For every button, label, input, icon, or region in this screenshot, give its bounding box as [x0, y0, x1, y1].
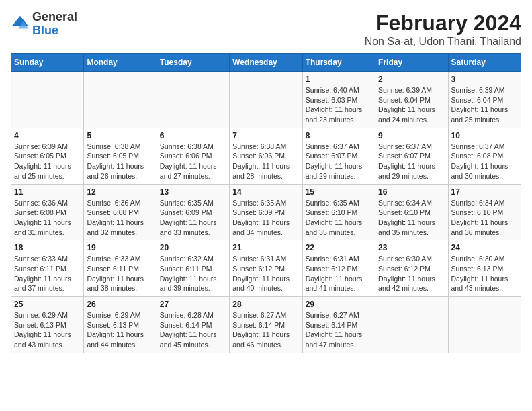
- calendar-day-cell: 5Sunrise: 6:38 AM Sunset: 6:05 PM Daylig…: [84, 128, 157, 184]
- calendar-day-cell: [375, 297, 448, 353]
- day-number: 3: [451, 75, 518, 84]
- calendar-day-cell: 1Sunrise: 6:40 AM Sunset: 6:03 PM Daylig…: [302, 72, 375, 128]
- calendar-day-cell: 27Sunrise: 6:28 AM Sunset: 6:14 PM Dayli…: [157, 297, 229, 353]
- title-block: February 2024 Non Sa-at, Udon Thani, Tha…: [365, 11, 521, 48]
- calendar-day-cell: [448, 297, 521, 353]
- day-number: 18: [14, 243, 81, 253]
- calendar-day-cell: 2Sunrise: 6:39 AM Sunset: 6:04 PM Daylig…: [375, 72, 448, 128]
- day-number: 10: [451, 131, 518, 140]
- calendar-day-cell: 8Sunrise: 6:37 AM Sunset: 6:07 PM Daylig…: [302, 128, 375, 184]
- day-number: 19: [87, 243, 153, 253]
- day-info: Sunrise: 6:31 AM Sunset: 6:12 PM Dayligh…: [306, 254, 372, 293]
- page-title: February 2024: [365, 11, 521, 36]
- calendar-day-cell: 28Sunrise: 6:27 AM Sunset: 6:14 PM Dayli…: [230, 297, 302, 353]
- day-number: 24: [451, 243, 518, 253]
- calendar-day-cell: 26Sunrise: 6:29 AM Sunset: 6:13 PM Dayli…: [84, 297, 157, 353]
- day-number: 11: [14, 187, 81, 197]
- weekday-header-cell: Saturday: [448, 54, 521, 72]
- calendar-day-cell: 16Sunrise: 6:34 AM Sunset: 6:10 PM Dayli…: [375, 184, 448, 240]
- day-info: Sunrise: 6:35 AM Sunset: 6:09 PM Dayligh…: [232, 198, 299, 238]
- page-subtitle: Non Sa-at, Udon Thani, Thailand: [365, 36, 521, 48]
- weekday-header-cell: Sunday: [11, 54, 84, 72]
- weekday-header-row: SundayMondayTuesdayWednesdayThursdayFrid…: [11, 54, 521, 72]
- day-info: Sunrise: 6:29 AM Sunset: 6:13 PM Dayligh…: [14, 310, 81, 350]
- calendar-day-cell: 3Sunrise: 6:39 AM Sunset: 6:04 PM Daylig…: [448, 72, 521, 128]
- day-info: Sunrise: 6:35 AM Sunset: 6:09 PM Dayligh…: [160, 198, 226, 238]
- calendar-week-row: 18Sunrise: 6:33 AM Sunset: 6:11 PM Dayli…: [11, 240, 521, 297]
- calendar-day-cell: 18Sunrise: 6:33 AM Sunset: 6:11 PM Dayli…: [11, 240, 84, 297]
- day-number: 1: [306, 75, 372, 84]
- calendar-table: SundayMondayTuesdayWednesdayThursdayFrid…: [11, 53, 521, 353]
- calendar-week-row: 4Sunrise: 6:39 AM Sunset: 6:05 PM Daylig…: [11, 128, 521, 184]
- calendar-day-cell: 12Sunrise: 6:36 AM Sunset: 6:08 PM Dayli…: [84, 184, 157, 240]
- day-number: 25: [14, 300, 81, 309]
- day-info: Sunrise: 6:36 AM Sunset: 6:08 PM Dayligh…: [87, 198, 153, 238]
- day-number: 12: [87, 187, 153, 197]
- calendar-day-cell: [11, 72, 84, 128]
- day-info: Sunrise: 6:31 AM Sunset: 6:12 PM Dayligh…: [232, 254, 299, 293]
- calendar-week-row: 1Sunrise: 6:40 AM Sunset: 6:03 PM Daylig…: [11, 72, 521, 128]
- day-number: 27: [160, 300, 226, 309]
- day-info: Sunrise: 6:38 AM Sunset: 6:05 PM Dayligh…: [87, 142, 153, 181]
- day-number: 28: [232, 300, 299, 309]
- calendar-body: 1Sunrise: 6:40 AM Sunset: 6:03 PM Daylig…: [11, 72, 521, 353]
- logo-general-text: General: [32, 10, 77, 24]
- day-number: 5: [87, 131, 153, 140]
- svg-marker-0: [12, 16, 28, 26]
- day-info: Sunrise: 6:39 AM Sunset: 6:04 PM Dayligh…: [451, 85, 518, 125]
- calendar-week-row: 11Sunrise: 6:36 AM Sunset: 6:08 PM Dayli…: [11, 184, 521, 240]
- day-info: Sunrise: 6:29 AM Sunset: 6:13 PM Dayligh…: [87, 310, 153, 350]
- day-info: Sunrise: 6:38 AM Sunset: 6:06 PM Dayligh…: [232, 142, 299, 181]
- calendar-day-cell: [84, 72, 157, 128]
- day-number: 20: [160, 243, 226, 253]
- day-info: Sunrise: 6:39 AM Sunset: 6:05 PM Dayligh…: [14, 142, 81, 181]
- weekday-header-cell: Monday: [84, 54, 157, 72]
- calendar-day-cell: 19Sunrise: 6:33 AM Sunset: 6:11 PM Dayli…: [84, 240, 157, 297]
- calendar-day-cell: [157, 72, 229, 128]
- calendar-day-cell: 23Sunrise: 6:30 AM Sunset: 6:12 PM Dayli…: [375, 240, 448, 297]
- calendar-day-cell: 9Sunrise: 6:37 AM Sunset: 6:07 PM Daylig…: [375, 128, 448, 184]
- calendar-day-cell: 15Sunrise: 6:35 AM Sunset: 6:10 PM Dayli…: [302, 184, 375, 240]
- day-number: 16: [378, 187, 445, 197]
- day-info: Sunrise: 6:37 AM Sunset: 6:07 PM Dayligh…: [378, 142, 445, 181]
- logo: General Blue: [11, 11, 77, 38]
- day-number: 13: [160, 187, 226, 197]
- calendar-day-cell: [230, 72, 302, 128]
- day-number: 8: [306, 131, 372, 140]
- day-info: Sunrise: 6:37 AM Sunset: 6:08 PM Dayligh…: [451, 142, 518, 181]
- day-info: Sunrise: 6:40 AM Sunset: 6:03 PM Dayligh…: [306, 85, 372, 125]
- day-info: Sunrise: 6:30 AM Sunset: 6:13 PM Dayligh…: [451, 254, 518, 293]
- calendar-day-cell: 25Sunrise: 6:29 AM Sunset: 6:13 PM Dayli…: [11, 297, 84, 353]
- day-info: Sunrise: 6:33 AM Sunset: 6:11 PM Dayligh…: [87, 254, 153, 293]
- day-info: Sunrise: 6:30 AM Sunset: 6:12 PM Dayligh…: [378, 254, 445, 293]
- day-info: Sunrise: 6:28 AM Sunset: 6:14 PM Dayligh…: [160, 310, 226, 350]
- day-info: Sunrise: 6:27 AM Sunset: 6:14 PM Dayligh…: [306, 310, 372, 350]
- day-info: Sunrise: 6:37 AM Sunset: 6:07 PM Dayligh…: [306, 142, 372, 181]
- logo-icon: [11, 15, 30, 34]
- calendar-day-cell: 13Sunrise: 6:35 AM Sunset: 6:09 PM Dayli…: [157, 184, 229, 240]
- day-info: Sunrise: 6:36 AM Sunset: 6:08 PM Dayligh…: [14, 198, 81, 238]
- day-number: 26: [87, 300, 153, 309]
- day-number: 14: [232, 187, 299, 197]
- calendar-day-cell: 17Sunrise: 6:34 AM Sunset: 6:10 PM Dayli…: [448, 184, 521, 240]
- day-info: Sunrise: 6:32 AM Sunset: 6:11 PM Dayligh…: [160, 254, 226, 293]
- calendar-day-cell: 21Sunrise: 6:31 AM Sunset: 6:12 PM Dayli…: [230, 240, 302, 297]
- day-number: 4: [14, 131, 81, 140]
- calendar-day-cell: 14Sunrise: 6:35 AM Sunset: 6:09 PM Dayli…: [230, 184, 302, 240]
- calendar-day-cell: 29Sunrise: 6:27 AM Sunset: 6:14 PM Dayli…: [302, 297, 375, 353]
- day-info: Sunrise: 6:35 AM Sunset: 6:10 PM Dayligh…: [306, 198, 372, 238]
- day-number: 22: [306, 243, 372, 253]
- calendar-day-cell: 11Sunrise: 6:36 AM Sunset: 6:08 PM Dayli…: [11, 184, 84, 240]
- page-header: General Blue February 2024 Non Sa-at, Ud…: [11, 11, 521, 48]
- weekday-header-cell: Tuesday: [157, 54, 229, 72]
- day-info: Sunrise: 6:33 AM Sunset: 6:11 PM Dayligh…: [14, 254, 81, 293]
- day-number: 9: [378, 131, 445, 140]
- day-number: 6: [160, 131, 226, 140]
- day-info: Sunrise: 6:34 AM Sunset: 6:10 PM Dayligh…: [451, 198, 518, 238]
- weekday-header-cell: Thursday: [302, 54, 375, 72]
- day-number: 29: [306, 300, 372, 309]
- calendar-header: SundayMondayTuesdayWednesdayThursdayFrid…: [11, 54, 521, 72]
- calendar-day-cell: 20Sunrise: 6:32 AM Sunset: 6:11 PM Dayli…: [157, 240, 229, 297]
- day-info: Sunrise: 6:34 AM Sunset: 6:10 PM Dayligh…: [378, 198, 445, 238]
- calendar-day-cell: 22Sunrise: 6:31 AM Sunset: 6:12 PM Dayli…: [302, 240, 375, 297]
